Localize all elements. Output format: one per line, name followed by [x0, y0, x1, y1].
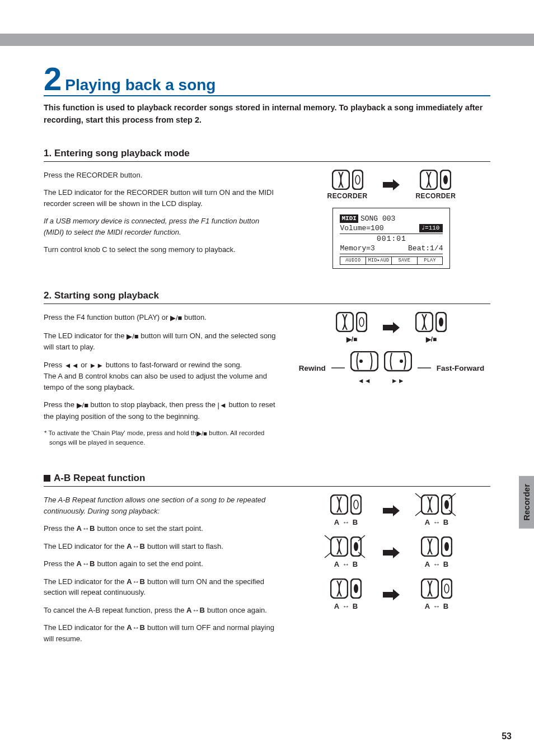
play-stop-icon: ▶/■ [202, 429, 207, 438]
ab-button-label: A ↔ B [334, 602, 359, 610]
ab-button-label: A ↔ B [425, 602, 449, 610]
led-off-icon [356, 312, 367, 332]
title-number: 2 [44, 63, 62, 95]
play-stop-icon: ▶/■ [170, 312, 182, 324]
lcd-position: 001:01 [340, 234, 443, 244]
lcd-softkey: SAVE [392, 257, 418, 264]
svg-line-21 [415, 493, 422, 499]
s2-footnote: * To activate the 'Chain Play' mode, pre… [44, 428, 276, 447]
led-on-icon [441, 536, 452, 557]
led-off-icon [352, 170, 363, 190]
svg-point-2 [355, 175, 360, 184]
lcd-tempo: ♩=110 [419, 224, 443, 232]
svg-point-40 [354, 584, 358, 593]
svg-line-29 [358, 535, 365, 541]
svg-point-20 [354, 500, 358, 509]
flash-rays-icon [410, 488, 461, 521]
recorder-button-off [332, 170, 350, 190]
s2-p2: The LED indicator for the ▶/■ button wil… [44, 330, 276, 353]
play-stop-label: ▶/■ [426, 335, 437, 343]
knob-rewind-icon [350, 351, 378, 376]
lcd-softkey: MID▸AUD [366, 257, 392, 264]
ab-intro: The A-B Repeat function allows one secti… [44, 494, 276, 516]
intro-paragraph: This function is used to playback record… [44, 102, 490, 127]
ab-inline-icon: A↔B [77, 524, 95, 533]
svg-line-31 [358, 552, 365, 558]
svg-rect-7 [357, 312, 367, 332]
s1-p4: Turn control knob C to select the song m… [44, 244, 276, 255]
svg-line-22 [449, 493, 456, 499]
ff-label: Fast-Forward [437, 364, 485, 372]
ab-button-label: A ↔ B [334, 518, 359, 526]
recorder-label: RECORDER [327, 192, 368, 200]
svg-line-28 [325, 535, 331, 541]
led-on-icon [435, 312, 447, 332]
ab-button-off [421, 578, 439, 599]
lcd-song: SONG 003 [360, 214, 395, 224]
play-stop-label: ▶/■ [346, 335, 358, 343]
svg-rect-19 [351, 495, 361, 514]
section1-heading: 1. Entering song playback mode [44, 148, 490, 162]
svg-line-23 [415, 510, 422, 516]
line-icon [418, 367, 431, 368]
header-gray-band [0, 34, 534, 46]
s1-p1: Press the RECORDER button. [44, 170, 276, 181]
s1-p2: The LED indicator for the RECORDER butto… [44, 187, 276, 209]
ab-title: A-B Repeat function [54, 473, 145, 484]
ab-diagram-row3: A ↔ B A ↔ B [293, 578, 490, 610]
play-stop-icon: ▶/■ [127, 331, 138, 342]
recorder-button-diagram: RECORDER RECORDER [293, 170, 490, 200]
ab-p6: The LED indicator for the A↔B button wil… [44, 622, 276, 644]
play-stop-button-off [336, 312, 354, 332]
svg-point-5 [443, 175, 448, 184]
ab-p3: Press the A↔B button again to set the en… [44, 558, 276, 570]
lcd-softkey: PLAY [418, 257, 443, 264]
lcd-softkey: AUDIO [340, 257, 366, 264]
lcd-mode-tag: MIDI [340, 214, 358, 223]
ab-heading: A-B Repeat function [44, 473, 490, 487]
led-on-icon [440, 170, 451, 190]
ab-diagram-row1: A ↔ B A ↔ B [293, 494, 490, 526]
svg-point-43 [444, 584, 449, 593]
lcd-beat: Beat:1/4 [408, 244, 443, 254]
svg-point-11 [439, 318, 443, 326]
lcd-display: MIDI SONG 003 Volume=100 ♩=110 001:01 Me… [332, 208, 450, 269]
ab-button-on [330, 578, 348, 599]
recorder-label: RECORDER [415, 192, 456, 200]
arrow-right-icon [382, 505, 401, 516]
ab-button-on [421, 536, 439, 557]
rewind-ff-diagram: Rewind ◄◄ ►► Fast-Forward [293, 351, 490, 385]
rewind-label: Rewind [299, 364, 326, 372]
svg-point-14 [359, 360, 363, 363]
ab-button-label: A ↔ B [425, 560, 449, 568]
arrow-right-icon [382, 547, 401, 558]
arrow-right-icon [382, 179, 401, 190]
ab-p1: Press the A↔B button once to set the sta… [44, 523, 276, 534]
led-off-icon [350, 494, 362, 515]
svg-rect-15 [385, 352, 411, 371]
svg-rect-1 [353, 170, 363, 189]
flash-rays-icon [319, 530, 371, 563]
s1-p3: If a USB memory device is connected, pre… [44, 216, 276, 237]
section1-text: Press the RECORDER button. The LED indic… [44, 170, 276, 269]
ab-inline-icon: A↔B [186, 606, 205, 614]
svg-rect-13 [351, 352, 378, 371]
lcd-memory: Memory=3 [340, 244, 374, 254]
square-bullet-icon [44, 475, 50, 482]
play-stop-button-on [415, 312, 433, 332]
ab-inline-icon: A↔B [127, 623, 145, 632]
ab-p2: The LED indicator for the A↔B button wil… [44, 541, 276, 552]
rewind-glyph: ◄◄ [358, 377, 371, 385]
svg-point-8 [359, 318, 364, 326]
title-text: Playing back a song [65, 76, 216, 94]
s2-p4: Press the ▶/■ button to stop playback, t… [44, 399, 276, 422]
ff-glyph: ►► [391, 377, 405, 385]
svg-line-24 [449, 510, 456, 516]
ab-button-off [330, 494, 348, 515]
s2-p1: Press the F4 function button (PLAY) or ▶… [44, 312, 276, 324]
lcd-volume: Volume=100 [340, 223, 383, 234]
skip-back-icon: |◄ [218, 400, 227, 411]
knob-ff-icon [384, 351, 412, 376]
side-tab: Recorder [519, 476, 534, 529]
led-off-icon [441, 578, 452, 599]
